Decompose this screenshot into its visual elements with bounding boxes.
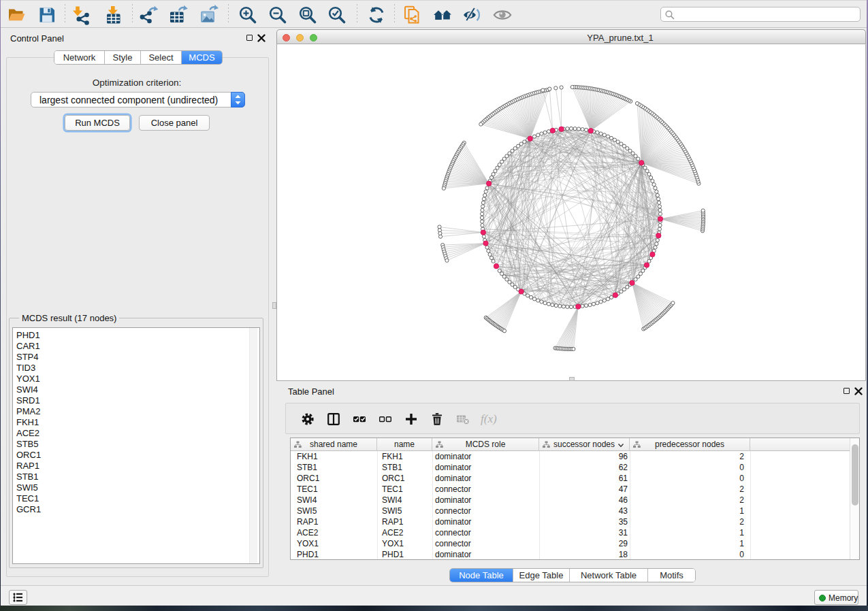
rim-node[interactable] [599, 300, 602, 303]
fan-edge[interactable] [440, 230, 483, 232]
rim-node[interactable] [481, 212, 484, 216]
rim-node[interactable] [606, 135, 609, 138]
table-scrollbar-thumb[interactable] [852, 444, 858, 506]
result-list-scrollbar[interactable] [249, 328, 257, 563]
rim-node[interactable] [494, 169, 497, 173]
rim-node[interactable] [656, 238, 659, 242]
rim-node[interactable] [480, 216, 483, 219]
dominator-hub-node[interactable] [483, 241, 488, 246]
mcds-result-item[interactable]: SWI4 [13, 384, 259, 395]
select-all-icon[interactable] [353, 412, 366, 426]
dominator-hub-node[interactable] [588, 129, 593, 133]
control-panel-float-icon[interactable] [246, 35, 253, 41]
rim-node[interactable] [492, 259, 495, 263]
rim-node[interactable] [485, 246, 489, 249]
mcds-result-item[interactable]: ORC1 [13, 450, 259, 461]
mcds-result-item[interactable]: ACE2 [13, 428, 259, 439]
fan-edge[interactable] [446, 244, 485, 259]
import-table-icon[interactable] [103, 5, 124, 25]
rim-node[interactable] [577, 127, 581, 131]
mcds-result-item[interactable]: SRD1 [13, 395, 259, 406]
rim-node[interactable] [651, 179, 654, 182]
node-table[interactable]: shared namenameMCDS rolesuccessor nodesp… [290, 437, 860, 560]
save-session-icon[interactable] [37, 5, 57, 25]
run-mcds-button[interactable]: Run MCDS [65, 115, 130, 131]
add-column-icon[interactable] [404, 412, 418, 426]
control-panel-close-icon[interactable] [257, 34, 266, 42]
search-input[interactable] [677, 8, 854, 20]
optimization-criterion-select[interactable]: largest connected component (undirected) [31, 92, 245, 108]
columns-icon[interactable] [327, 412, 340, 426]
rim-node[interactable] [573, 127, 577, 131]
table-tab-node-table[interactable]: Node Table [450, 569, 513, 582]
rim-node[interactable] [657, 197, 660, 201]
rim-node[interactable] [658, 201, 661, 204]
horizontal-splitter-grip[interactable] [569, 377, 575, 381]
dominator-hub-node[interactable] [550, 128, 555, 133]
rim-node[interactable] [652, 183, 656, 186]
rim-node[interactable] [543, 131, 547, 134]
rim-node[interactable] [554, 304, 558, 308]
dominator-hub-node[interactable] [528, 136, 532, 141]
leaf-node[interactable] [554, 86, 558, 90]
minimize-window-icon[interactable] [296, 34, 304, 42]
rim-node[interactable] [609, 295, 613, 299]
zoom-in-icon[interactable] [238, 5, 258, 25]
export-network-icon[interactable] [139, 5, 159, 25]
leaf-node[interactable] [560, 86, 563, 89]
rim-node[interactable] [658, 224, 662, 227]
rim-node[interactable] [581, 304, 584, 308]
fan-edge[interactable] [496, 112, 530, 139]
column-header-MCDS-role[interactable]: MCDS role [432, 438, 539, 451]
open-file-icon[interactable] [6, 5, 27, 25]
control-tab-style[interactable]: Style [105, 51, 141, 64]
refresh-icon[interactable] [366, 5, 387, 25]
rim-node[interactable] [581, 128, 584, 131]
column-header-name[interactable]: name [377, 438, 432, 451]
zoom-window-icon[interactable] [310, 34, 317, 42]
table-tab-edge-table[interactable]: Edge Table [513, 569, 570, 582]
zoom-out-icon[interactable] [268, 5, 288, 25]
rim-node[interactable] [540, 300, 543, 303]
rim-node[interactable] [485, 186, 489, 190]
table-row-ORC1[interactable]: ORC1ORC1dominator610 [291, 473, 859, 484]
rim-node[interactable] [532, 297, 536, 301]
rim-node[interactable] [532, 135, 536, 138]
fan-edge[interactable] [556, 88, 561, 129]
rim-node[interactable] [496, 166, 499, 169]
control-tab-network[interactable]: Network [54, 51, 105, 64]
rim-node[interactable] [481, 201, 485, 204]
mcds-result-item[interactable]: STB1 [13, 472, 259, 482]
rim-node[interactable] [655, 190, 658, 193]
control-tab-select[interactable]: Select [141, 51, 182, 64]
close-panel-button[interactable]: Close panel [139, 115, 210, 131]
rim-node[interactable] [482, 197, 485, 201]
rim-node[interactable] [620, 142, 623, 146]
table-row-TEC1[interactable]: TEC1TEC1connector472 [291, 484, 859, 495]
zoom-selected-icon[interactable] [327, 5, 347, 25]
table-panel-close-icon[interactable] [854, 387, 863, 395]
show-all-icon[interactable] [492, 5, 513, 25]
leaf-node[interactable] [445, 259, 449, 262]
rim-node[interactable] [566, 127, 569, 131]
rim-node[interactable] [602, 299, 606, 302]
rim-node[interactable] [656, 193, 659, 197]
mcds-result-item[interactable]: TID3 [13, 363, 259, 374]
mcds-result-item[interactable]: SWI5 [13, 482, 259, 493]
mcds-result-item[interactable]: GCR1 [13, 504, 259, 515]
rim-node[interactable] [585, 128, 588, 131]
mcds-result-item[interactable]: STB5 [13, 439, 259, 450]
dominator-hub-node[interactable] [481, 230, 485, 235]
control-tab-mcds[interactable]: MCDS [182, 51, 222, 64]
rim-node[interactable] [523, 140, 526, 144]
rim-node[interactable] [551, 303, 554, 307]
rim-node[interactable] [526, 294, 530, 297]
rim-node[interactable] [658, 227, 661, 231]
panel-visibility-button[interactable] [9, 590, 27, 605]
rim-node[interactable] [481, 208, 484, 212]
mcds-result-item[interactable]: CAR1 [13, 341, 259, 352]
table-panel-float-icon[interactable] [843, 388, 850, 394]
rim-node[interactable] [658, 212, 662, 216]
first-neighbors-icon[interactable] [432, 5, 453, 25]
leaf-node[interactable] [479, 122, 483, 126]
